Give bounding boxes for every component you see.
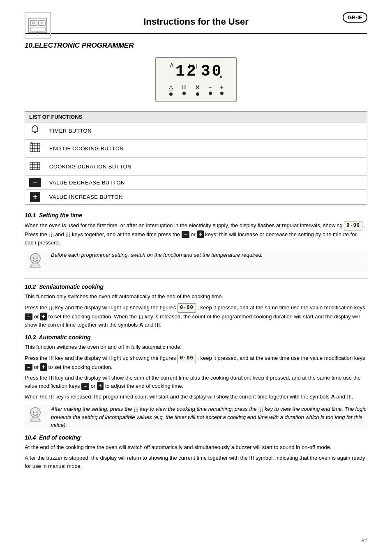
table-row: END OF COOKING BUTTON	[25, 139, 367, 157]
svg-point-25	[37, 412, 38, 413]
table-row: − VALUE DECREASE BUTTON	[25, 175, 367, 189]
section-10-3-para1: This function switches the oven on and o…	[25, 343, 367, 351]
minus-button-icon: −	[29, 178, 41, 187]
section-10-4-title: 10.4 End of cooking	[25, 434, 367, 441]
section-10-2-para1: This function only switches the oven off…	[25, 292, 367, 301]
display-icon-minus: −	[208, 84, 212, 95]
section-10-2-para2: Press the ⁞⁞⁞ key and the display will l…	[25, 303, 367, 329]
table-row: + VALUE INCREASE BUTTON	[25, 189, 367, 204]
func-icon-increase: +	[25, 189, 45, 204]
section-10-4-para1: At the end of the cooking time the oven …	[25, 443, 367, 451]
display-icon-plus: +	[220, 84, 224, 95]
table-row: COOKING DURATION BUTTON	[25, 157, 367, 175]
svg-point-22	[37, 257, 38, 258]
display-area: A 1 2||| 3 0o △ ⁞⁞⁞ ✕	[25, 57, 367, 102]
func-icon-timer	[25, 122, 45, 139]
section-10-3-title: 10.3 Automatic cooking	[25, 334, 367, 341]
plus-button-icon: +	[30, 192, 40, 202]
section-10-4-para2: After the buzzer is stopped, the display…	[25, 454, 367, 470]
svg-point-23	[30, 408, 40, 417]
table-row: TIMER BUTTON	[25, 122, 367, 139]
func-icon-end-cooking	[25, 139, 45, 157]
svg-point-4	[32, 22, 35, 24]
section-10-4: 10.4 End of cooking At the end of the co…	[25, 434, 367, 470]
func-icon-decrease: −	[25, 175, 45, 189]
functions-table: LIST OF FUNCTIONS TIMER BUTTON	[25, 111, 367, 205]
display-icon-grid1: ⁞⁞⁞	[182, 84, 187, 95]
func-label-decrease: VALUE DECREASE BUTTON	[45, 175, 367, 189]
section-10-3: 10.3 Automatic cooking This function swi…	[25, 334, 367, 429]
section-10-3-para3: Press the ⁞⁞⁞ key and the display will s…	[25, 374, 367, 390]
info-note-10-1: Before each programmer setting, switch o…	[51, 251, 367, 259]
info-box-10-3: After making the setting, press the ⁞⁞⁞ …	[25, 405, 367, 429]
svg-point-20	[30, 253, 40, 263]
display-box: A 1 2||| 3 0o △ ⁞⁞⁞ ✕	[155, 57, 237, 102]
section-10-3-para2: Press the ⁞⁞⁞ key and the display will l…	[25, 354, 367, 371]
display-icons-row: △ ⁞⁞⁞ ✕ − +	[167, 83, 225, 96]
page: Instructions for the User GB-IE 10.ELECT…	[0, 0, 392, 555]
func-label-timer: TIMER BUTTON	[45, 122, 367, 139]
func-label-increase: VALUE INCREASE BUTTON	[45, 189, 367, 204]
info-note-10-3: After making the setting, press the ⁞⁞⁞ …	[51, 405, 367, 429]
func-icon-cooking-duration	[25, 157, 45, 175]
main-section-title: 10.ELECTRONIC PROGRAMMER	[25, 41, 367, 50]
locale-badge: GB-IE	[343, 12, 367, 23]
svg-point-6	[37, 33, 39, 35]
info-icon-10-1	[25, 251, 46, 272]
svg-point-21	[33, 257, 35, 258]
page-title: Instructions for the User	[25, 12, 367, 29]
info-box-10-1: Before each programmer setting, switch o…	[25, 251, 367, 272]
header: Instructions for the User GB-IE	[25, 12, 367, 34]
svg-point-5	[41, 22, 43, 24]
section-10-1-para1: When the oven is used for the first time…	[25, 221, 367, 247]
func-label-end-cooking: END OF COOKING BUTTON	[45, 139, 367, 157]
logo	[25, 12, 51, 39]
func-label-cooking-duration: COOKING DURATION BUTTON	[45, 157, 367, 175]
section-10-3-para4: When the ⁞⁞⁞ key is released, the progra…	[25, 393, 367, 401]
divider-10-1	[25, 278, 367, 279]
info-icon-10-3	[25, 405, 46, 426]
section-10-1: 10.1 Setting the time When the oven is u…	[25, 212, 367, 272]
section-10-2-title: 10.2 Semiautomatic cooking	[25, 283, 367, 290]
svg-point-24	[33, 412, 35, 413]
functions-header: LIST OF FUNCTIONS	[25, 111, 367, 122]
display-digits: A 1 2||| 3 0o	[167, 63, 225, 80]
display-icon-x: ✕	[195, 83, 200, 96]
display-icon-bell: △	[168, 83, 173, 96]
section-10-2: 10.2 Semiautomatic cooking This function…	[25, 283, 367, 329]
page-number: 81	[362, 537, 367, 543]
section-10-1-title: 10.1 Setting the time	[25, 212, 367, 219]
